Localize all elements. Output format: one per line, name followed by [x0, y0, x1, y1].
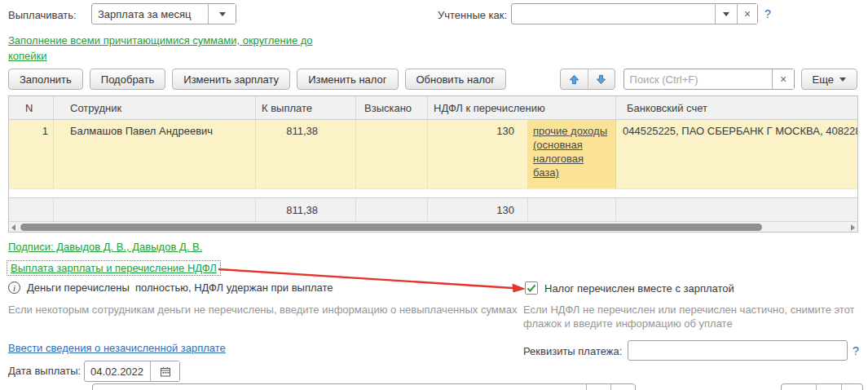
more-button-label: Еще — [813, 73, 834, 86]
fill-button[interactable]: Заполнить — [8, 69, 83, 90]
arrow-down-icon — [595, 73, 607, 86]
enter-unpaid-salary-link[interactable]: Ввести сведения о незачисленной зарплате — [8, 342, 226, 354]
scroll-left-icon[interactable] — [11, 224, 15, 231]
table-empty-area — [9, 189, 857, 197]
search-clear-button[interactable]: × — [772, 69, 793, 89]
tax-hint-text: Если НДФЛ не перечислен или перечислен ч… — [523, 303, 860, 330]
pick-button[interactable]: Подобрать — [90, 69, 165, 90]
update-tax-button[interactable]: Обновить налог — [405, 69, 507, 90]
payment-date-label: Дата выплаты: — [8, 365, 81, 377]
total-to-pay: 811,38 — [256, 198, 356, 221]
accounted-as-value[interactable] — [512, 4, 715, 24]
accounted-as-dropdown-button[interactable] — [715, 4, 737, 24]
table-row[interactable]: 1 Балмашов Павел Андреевич 811,38 130 пр… — [9, 120, 857, 189]
requisites-help-link[interactable]: ? — [853, 344, 859, 357]
fill-amounts-link[interactable]: Заполнение всеми причитающимися суммами,… — [8, 33, 350, 64]
clipped-field-button[interactable] — [841, 384, 862, 390]
cell-withheld[interactable] — [356, 120, 428, 188]
move-down-button[interactable] — [588, 69, 615, 89]
table-header-row: N Сотрудник К выплате Взыскано НДФЛ к пе… — [9, 96, 857, 120]
column-header-ndfl[interactable]: НДФЛ к перечислению — [428, 96, 616, 119]
total-ndfl: 130 — [428, 198, 528, 221]
total-empty — [9, 198, 54, 221]
pay-mode-combo[interactable]: Зарплата за месяц — [91, 3, 236, 24]
info-icon: i — [8, 281, 20, 294]
table-toolbar: Заполнить Подобрать Изменить зарплату Из… — [8, 69, 857, 90]
column-header-n[interactable]: N — [9, 96, 54, 119]
accounted-as-clear-button[interactable]: × — [737, 4, 757, 24]
column-header-bank-account[interactable]: Банковский счет — [616, 96, 857, 119]
cell-to-pay[interactable]: 811,38 — [256, 120, 356, 188]
tax-transferred-checkbox-label[interactable]: Налог перечислен вместе с зарплатой — [544, 282, 734, 295]
more-button[interactable]: Еще — [801, 69, 857, 90]
change-tax-button[interactable]: Изменить налог — [297, 69, 398, 90]
payment-date-input[interactable] — [85, 361, 150, 381]
clipped-field-button[interactable] — [586, 384, 610, 390]
cell-bank-account[interactable]: 044525225, ПАО СБЕРБАНК Г МОСКВА, 408228… — [616, 120, 857, 188]
scrollbar-thumb[interactable] — [20, 224, 762, 231]
clipped-field-text-area — [93, 384, 586, 390]
column-header-employee[interactable]: Сотрудник — [54, 96, 256, 119]
payment-date-field — [84, 361, 180, 382]
pay-mode-dropdown-button[interactable] — [208, 4, 236, 24]
calendar-icon — [160, 366, 171, 377]
signatures-link[interactable]: Подписи: Давыдов Д. В., Давыдов Д. В. — [8, 241, 202, 253]
accounted-as-label: Учтенные как: — [438, 9, 507, 21]
cell-row-number: 1 — [9, 120, 54, 188]
tax-checkbox-row: Налог перечислен вместе с зарплатой — [525, 281, 734, 295]
payment-status-row: i Деньги перечислены полностью, НДФЛ уде… — [8, 281, 333, 294]
column-header-to-pay[interactable]: К выплате — [256, 96, 356, 119]
tax-base-link[interactable]: прочие доходы (основная налоговая база) — [533, 125, 607, 179]
payout-link-focus-box: Выплата зарплаты и перечисление НДФЛ — [7, 260, 221, 276]
column-header-withheld[interactable]: Взыскано — [356, 96, 428, 119]
clipped-field-button[interactable] — [816, 384, 841, 390]
payment-requisites-input[interactable] — [628, 344, 847, 357]
chevron-down-icon — [723, 12, 729, 16]
table-totals-row: 811,38 130 — [9, 197, 857, 221]
tax-transferred-checkbox[interactable] — [525, 281, 538, 295]
calendar-button[interactable] — [150, 361, 179, 381]
cell-employee[interactable]: Балмашов Павел Андреевич — [54, 120, 256, 188]
employees-table: N Сотрудник К выплате Взыскано НДФЛ к пе… — [8, 95, 858, 233]
total-empty — [356, 198, 428, 221]
scroll-right-icon[interactable] — [851, 224, 855, 231]
payment-status-text: Деньги перечислены полностью, НДФЛ удерж… — [27, 281, 333, 294]
checkmark-icon — [527, 284, 536, 293]
arrow-up-icon — [568, 73, 580, 86]
clipped-bottom-field[interactable] — [781, 383, 863, 390]
cell-ndfl[interactable]: 130 — [428, 120, 528, 188]
total-empty — [528, 198, 616, 221]
row-move-buttons — [560, 69, 615, 90]
salary-payment-form: Выплачивать: Зарплата за месяц Учтенные … — [0, 0, 868, 390]
payout-and-ndfl-link[interactable]: Выплата зарплаты и перечисление НДФЛ — [11, 262, 217, 274]
chevron-down-icon — [839, 78, 846, 82]
clipped-field-button[interactable] — [610, 384, 635, 390]
chevron-down-icon — [219, 12, 226, 16]
total-empty — [616, 198, 857, 221]
change-salary-button[interactable]: Изменить зарплату — [172, 69, 290, 90]
pay-mode-value[interactable]: Зарплата за месяц — [92, 4, 208, 24]
pay-mode-label: Выплачивать: — [8, 9, 77, 21]
search-box: × — [623, 69, 795, 90]
payment-requisites-field — [628, 340, 848, 361]
unpaid-hint-text: Если некоторым сотрудникам деньги не пер… — [8, 303, 530, 317]
accounted-as-help-link[interactable]: ? — [764, 7, 771, 20]
clipped-field-text-area — [782, 384, 816, 390]
clipped-bottom-field[interactable] — [92, 383, 636, 390]
move-up-button[interactable] — [561, 69, 588, 89]
cell-tax-base: прочие доходы (основная налоговая база) — [528, 120, 616, 188]
payment-requisites-label: Реквизиты платежа: — [523, 345, 622, 357]
total-empty — [54, 198, 256, 221]
horizontal-scrollbar[interactable] — [9, 221, 857, 232]
accounted-as-combo[interactable]: × — [511, 3, 758, 24]
search-input[interactable] — [624, 69, 773, 89]
